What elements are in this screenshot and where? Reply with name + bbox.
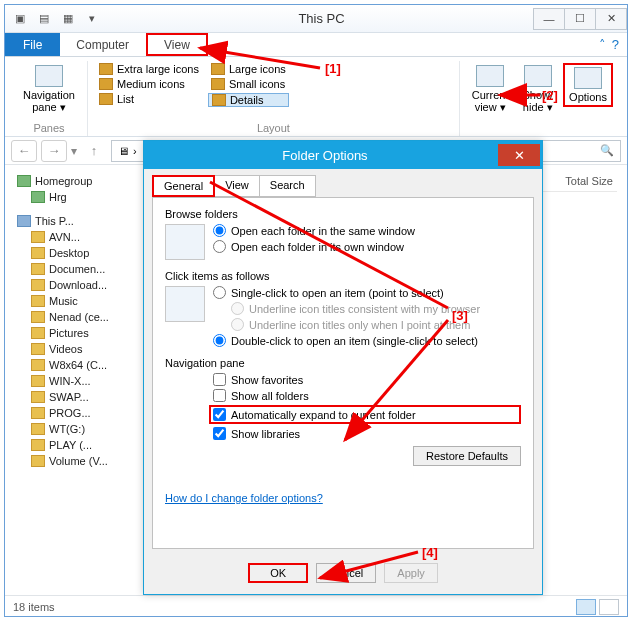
restore-defaults-button[interactable]: Restore Defaults — [413, 446, 521, 466]
back-button[interactable]: ← — [11, 140, 37, 162]
tree-item[interactable]: PROG... — [9, 405, 150, 421]
ribbon-collapse-icon[interactable]: ˄ — [599, 37, 606, 52]
cancel-button[interactable]: Cancel — [316, 563, 376, 583]
navigation-pane-button[interactable]: Navigation pane ▾ — [19, 63, 79, 116]
ribbon: Navigation pane ▾ Panes Extra large icon… — [5, 57, 627, 137]
tree-thispc[interactable]: This P... — [9, 213, 150, 229]
tree-item[interactable]: Videos — [9, 341, 150, 357]
tree-item[interactable]: Desktop — [9, 245, 150, 261]
tree-item[interactable]: Nenad (ce... — [9, 309, 150, 325]
folder-icon — [31, 279, 45, 291]
view-large-icon[interactable] — [599, 599, 619, 615]
tree-item[interactable]: Documen... — [9, 261, 150, 277]
dialog-tab-search[interactable]: Search — [259, 175, 316, 197]
tree-item[interactable]: WT(G:) — [9, 421, 150, 437]
browse-icon — [165, 224, 205, 260]
layout-xl-icons[interactable]: Extra large icons — [96, 63, 202, 75]
radio-same-window[interactable]: Open each folder in the same window — [213, 224, 415, 237]
layout-md-icons[interactable]: Medium icons — [96, 78, 202, 90]
tab-file[interactable]: File — [5, 33, 60, 56]
check-show-all-folders[interactable]: Show all folders — [213, 389, 521, 402]
layout-sm-icons[interactable]: Small icons — [208, 78, 289, 90]
folder-icon — [31, 247, 45, 259]
radio-single-click[interactable]: Single-click to open an item (point to s… — [213, 286, 480, 299]
radio-underline-point: Underline icon titles only when I point … — [213, 318, 480, 331]
group-panes-label: Panes — [19, 122, 79, 136]
annotation-3: [3] — [452, 308, 468, 323]
layout-lg-icons[interactable]: Large icons — [208, 63, 289, 75]
folder-icon — [31, 295, 45, 307]
folder-icon — [31, 375, 45, 387]
tab-computer[interactable]: Computer — [60, 33, 146, 56]
layout-list[interactable]: List — [96, 93, 202, 105]
dialog-tab-view[interactable]: View — [214, 175, 260, 197]
pc-icon — [17, 215, 31, 227]
homegroup-icon — [17, 175, 31, 187]
layout-icon — [211, 78, 225, 90]
help-icon[interactable]: ? — [612, 37, 619, 52]
tree-item[interactable]: W8x64 (C... — [9, 357, 150, 373]
minimize-button[interactable]: — — [533, 8, 565, 30]
check-auto-expand[interactable]: Automatically expand to current folder — [209, 405, 521, 424]
tree-homegroup[interactable]: Homegroup — [9, 173, 150, 189]
options-button[interactable]: Options — [563, 63, 613, 107]
radio-double-click[interactable]: Double-click to open an item (single-cli… — [213, 334, 480, 347]
maximize-button[interactable]: ☐ — [564, 8, 596, 30]
layout-details[interactable]: Details — [208, 93, 289, 107]
dialog-close-button[interactable]: ✕ — [498, 144, 540, 166]
showhide-icon — [524, 65, 552, 87]
up-button[interactable]: ↑ — [81, 140, 107, 162]
layout-icon — [212, 94, 226, 106]
tree-item[interactable]: Pictures — [9, 325, 150, 341]
tree-item[interactable]: Download... — [9, 277, 150, 293]
close-button[interactable]: ✕ — [595, 8, 627, 30]
group-layout-label: Layout — [96, 122, 451, 136]
navpane-icon — [35, 65, 63, 87]
search-icon: 🔍 — [600, 144, 614, 157]
qat-dropdown-icon[interactable]: ▾ — [83, 10, 101, 28]
current-view-button[interactable]: Current view ▾ — [468, 63, 513, 116]
apply-button[interactable]: Apply — [384, 563, 438, 583]
tree-item[interactable]: WIN-X... — [9, 373, 150, 389]
layout-icon — [99, 93, 113, 105]
qat-newfolder-icon[interactable]: ▦ — [59, 10, 77, 28]
status-bar: 18 items — [5, 595, 627, 617]
ok-button[interactable]: OK — [248, 563, 308, 583]
tree-item[interactable]: SWAP... — [9, 389, 150, 405]
tab-view[interactable]: View — [146, 33, 208, 56]
layout-icon — [99, 63, 113, 75]
navpane-label: Navigation pane — [165, 357, 521, 369]
tree-item[interactable]: PLAY (... — [9, 437, 150, 453]
folder-icon — [31, 311, 45, 323]
folder-icon — [31, 439, 45, 451]
folder-icon — [31, 455, 45, 467]
click-icon — [165, 286, 205, 322]
radio-underline-browser: Underline icon titles consistent with my… — [213, 302, 480, 315]
folder-options-dialog: Folder Options ✕ General View Search Bro… — [143, 140, 543, 595]
check-show-favorites[interactable]: Show favorites — [213, 373, 521, 386]
folder-icon — [31, 231, 45, 243]
help-link[interactable]: How do I change folder options? — [165, 492, 323, 504]
folder-icon — [31, 263, 45, 275]
dialog-tab-general[interactable]: General — [152, 175, 215, 197]
check-show-libraries[interactable]: Show libraries — [213, 427, 521, 440]
dialog-title: Folder Options — [152, 148, 498, 163]
qat-properties-icon[interactable]: ▤ — [35, 10, 53, 28]
tree-item[interactable]: Music — [9, 293, 150, 309]
item-count: 18 items — [13, 601, 55, 613]
ribbon-tabs: File Computer View ˄ ? — [5, 33, 627, 57]
annotation-2: [2] — [542, 88, 558, 103]
folder-icon — [31, 327, 45, 339]
folder-icon — [31, 407, 45, 419]
forward-button[interactable]: → — [41, 140, 67, 162]
title-bar: ▣ ▤ ▦ ▾ This PC — ☐ ✕ — [5, 5, 627, 33]
folder-icon — [31, 391, 45, 403]
tree-item[interactable]: Volume (V... — [9, 453, 150, 469]
radio-own-window[interactable]: Open each folder in its own window — [213, 240, 415, 253]
folder-icon — [31, 359, 45, 371]
folder-icon — [31, 343, 45, 355]
view-details-icon[interactable] — [576, 599, 596, 615]
history-dropdown-icon[interactable]: ▾ — [71, 144, 77, 158]
tree-item[interactable]: AVN... — [9, 229, 150, 245]
tree-user[interactable]: Hrg — [9, 189, 150, 205]
